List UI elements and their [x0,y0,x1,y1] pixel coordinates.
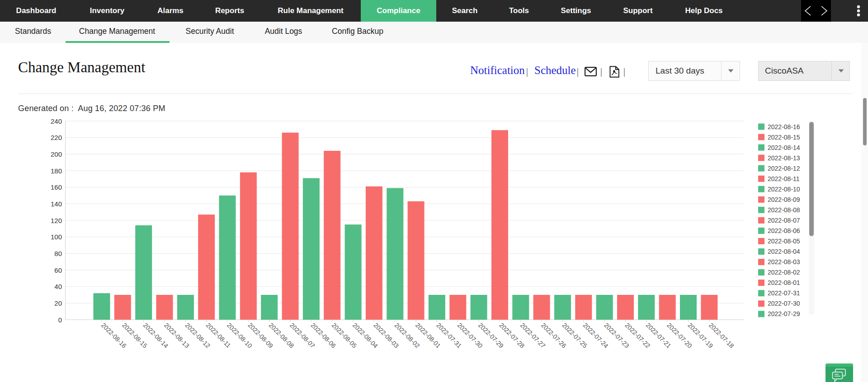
svg-text:2022-08-08: 2022-08-08 [768,206,800,214]
svg-text:160: 160 [51,183,62,191]
svg-text:100: 100 [51,233,62,241]
svg-text:2022-08-05: 2022-08-05 [768,238,800,245]
svg-text:80: 80 [54,250,62,257]
svg-text:220: 220 [51,134,62,141]
svg-text:200: 200 [51,150,62,158]
svg-text:60: 60 [54,266,62,274]
svg-text:180: 180 [51,167,62,175]
svg-text:2022-08-02: 2022-08-02 [768,269,800,276]
svg-text:20: 20 [54,299,62,307]
svg-text:2022-07-31: 2022-07-31 [768,289,800,297]
svg-text:2022-08-12: 2022-08-12 [768,165,800,172]
svg-text:2022-08-13: 2022-08-13 [768,154,800,162]
svg-text:2022-08-04: 2022-08-04 [768,248,800,255]
svg-text:2022-08-10: 2022-08-10 [768,186,800,193]
svg-text:0: 0 [58,316,62,324]
svg-text:2022-08-03: 2022-08-03 [768,258,800,266]
svg-text:2022-07-29: 2022-07-29 [768,310,800,317]
svg-text:2022-08-11: 2022-08-11 [768,175,800,182]
svg-text:2022-08-06: 2022-08-06 [768,227,800,234]
svg-text:120: 120 [51,217,62,224]
svg-text:40: 40 [54,283,62,290]
svg-text:2022-08-01: 2022-08-01 [768,279,800,286]
svg-text:2022-08-16: 2022-08-16 [768,123,800,130]
svg-text:2022-08-15: 2022-08-15 [768,134,800,141]
svg-text:140: 140 [51,200,62,208]
svg-text:2022-07-30: 2022-07-30 [768,300,800,307]
svg-text:2022-08-09: 2022-08-09 [768,196,800,203]
svg-text:2022-08-14: 2022-08-14 [768,144,800,151]
svg-text:240: 240 [51,117,62,125]
svg-text:2022-08-07: 2022-08-07 [768,217,800,224]
